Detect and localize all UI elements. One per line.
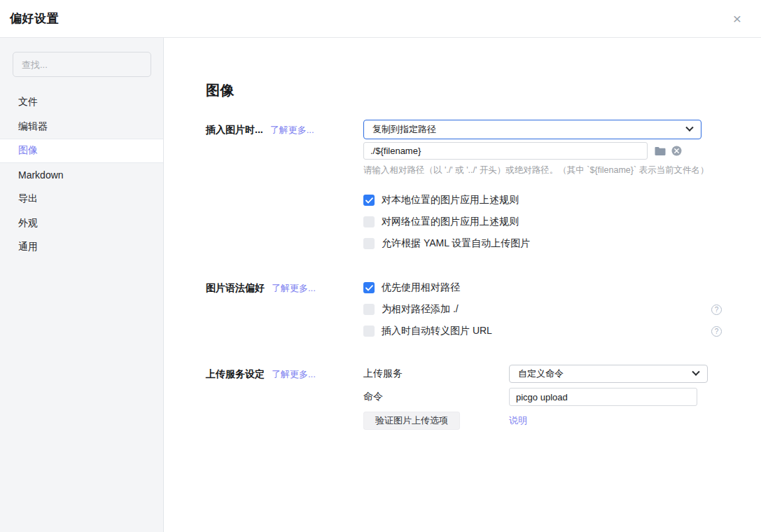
sidebar-item-image[interactable]: 图像 bbox=[0, 139, 163, 163]
checkbox-unchecked-icon bbox=[363, 304, 375, 315]
checkbox-escape-image-url[interactable]: 插入时自动转义图片 URL ? bbox=[363, 325, 722, 337]
chevron-down-icon bbox=[685, 124, 693, 132]
sidebar: 文件 编辑器 图像 Markdown 导出 外观 通用 bbox=[0, 38, 164, 532]
sidebar-item-editor[interactable]: 编辑器 bbox=[0, 115, 163, 139]
chevron-down-icon bbox=[692, 368, 699, 376]
sidebar-item-appearance[interactable]: 外观 bbox=[0, 211, 163, 236]
sidebar-item-file[interactable]: 文件 bbox=[0, 90, 163, 115]
checkbox-apply-local-images[interactable]: 对本地位置的图片应用上述规则 bbox=[363, 194, 722, 206]
copy-path-input[interactable] bbox=[363, 142, 648, 160]
upload-service-label: 上传服务设定 bbox=[206, 368, 265, 381]
titlebar: 偏好设置 × bbox=[0, 0, 761, 38]
search-input[interactable] bbox=[22, 59, 142, 70]
image-syntax-label: 图片语法偏好 bbox=[206, 282, 265, 295]
syntax-checkbox-group: 优先使用相对路径 为相对路径添加 ./ ? bbox=[363, 281, 722, 337]
insert-action-select[interactable]: 复制到指定路径 bbox=[363, 120, 701, 139]
help-icon[interactable]: ? bbox=[711, 304, 722, 315]
checkbox-add-dot-slash[interactable]: 为相对路径添加 ./ ? bbox=[363, 303, 722, 316]
insert-action-select-value: 复制到指定路径 bbox=[372, 123, 436, 136]
help-icon[interactable]: ? bbox=[711, 326, 722, 337]
upload-help-link[interactable]: 说明 bbox=[509, 414, 527, 427]
command-input[interactable] bbox=[509, 388, 697, 406]
uploader-label: 上传服务 bbox=[363, 368, 509, 380]
checkbox-apply-web-images[interactable]: 对网络位置的图片应用上述规则 bbox=[363, 216, 722, 228]
checkbox-unchecked-icon bbox=[363, 238, 375, 249]
checkbox-unchecked-icon bbox=[363, 216, 375, 227]
sidebar-item-export[interactable]: 导出 bbox=[0, 187, 163, 211]
command-label: 命令 bbox=[363, 391, 509, 403]
sidebar-item-markdown[interactable]: Markdown bbox=[0, 163, 163, 188]
section-upload-service: 上传服务设定 了解更多... 上传服务 自定义命令 命令 bbox=[206, 365, 761, 430]
checkbox-checked-icon bbox=[363, 195, 375, 206]
folder-icon[interactable] bbox=[655, 146, 666, 156]
preferences-window: 偏好设置 × 文件 编辑器 图像 Markdown 导出 外观 通用 图像 bbox=[0, 0, 761, 532]
sidebar-nav: 文件 编辑器 图像 Markdown 导出 外观 通用 bbox=[0, 90, 163, 260]
insert-checkbox-group: 对本地位置的图片应用上述规则 对网络位置的图片应用上述规则 bbox=[363, 194, 722, 250]
checkbox-yaml-auto-upload[interactable]: 允许根据 YAML 设置自动上传图片 bbox=[363, 237, 722, 250]
checkbox-unchecked-icon bbox=[363, 326, 375, 337]
insert-image-label: 插入图片时... bbox=[206, 124, 263, 136]
uploader-select-value: 自定义命令 bbox=[518, 368, 564, 380]
section-image-syntax: 图片语法偏好 了解更多... 优先使用相对路径 bbox=[206, 281, 761, 337]
checkbox-checked-icon bbox=[363, 282, 375, 293]
syntax-learn-more-link[interactable]: 了解更多... bbox=[272, 282, 316, 295]
path-hint-text: 请输入相对路径（以 './' 或 '../' 开头）或绝对路径。（其中 `${f… bbox=[363, 164, 722, 176]
validate-upload-button[interactable]: 验证图片上传选项 bbox=[363, 412, 460, 430]
checkbox-prefer-relative-path[interactable]: 优先使用相对路径 bbox=[363, 281, 722, 294]
window-title: 偏好设置 bbox=[10, 10, 59, 27]
page-title: 图像 bbox=[206, 80, 761, 100]
image-settings-panel: 图像 插入图片时... 了解更多... 复制到指定路径 bbox=[164, 38, 761, 532]
command-row: 命令 bbox=[363, 388, 722, 406]
validate-row: 验证图片上传选项 说明 bbox=[363, 412, 722, 430]
uploader-select[interactable]: 自定义命令 bbox=[509, 365, 708, 383]
insert-learn-more-link[interactable]: 了解更多... bbox=[270, 124, 314, 136]
search-box bbox=[13, 52, 151, 77]
section-insert-image: 插入图片时... 了解更多... 复制到指定路径 bbox=[206, 120, 761, 250]
upload-learn-more-link[interactable]: 了解更多... bbox=[272, 368, 316, 381]
sidebar-item-general[interactable]: 通用 bbox=[0, 235, 163, 260]
upload-service-row: 上传服务 自定义命令 bbox=[363, 365, 722, 383]
clear-path-icon[interactable] bbox=[671, 146, 682, 156]
close-icon[interactable]: × bbox=[729, 10, 746, 27]
